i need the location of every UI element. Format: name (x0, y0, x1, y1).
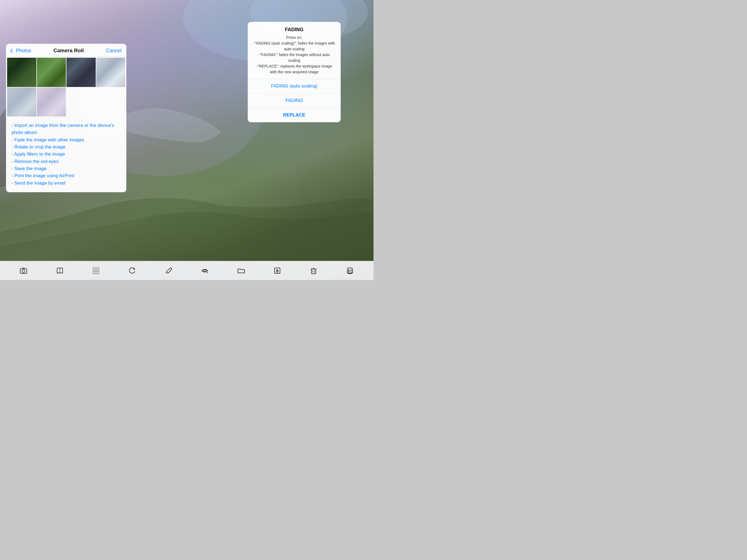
desc-line-6: - Save the image (11, 165, 121, 172)
desc-line-2: - Fade the image with other images (11, 136, 121, 144)
desc-line-7: - Print the image using AirPrint (11, 172, 121, 179)
fading-auto-scaling-option[interactable]: FADING (auto scaling) (248, 79, 341, 94)
print-button[interactable] (343, 264, 357, 278)
bottom-toolbar (0, 261, 374, 280)
svg-line-12 (207, 272, 208, 274)
fading-info: FADING Press on: -"FADING (auto scaling)… (248, 22, 341, 79)
svg-rect-6 (93, 268, 96, 270)
photo-thumb-6[interactable] (37, 87, 66, 117)
desc-line-4: - Apply filters to the image (11, 151, 121, 158)
svg-rect-16 (311, 269, 316, 274)
rotate-button[interactable] (126, 264, 139, 278)
press-on-label: Press on: (286, 35, 302, 40)
eye-button[interactable] (198, 264, 212, 278)
photo-thumb-1[interactable] (7, 58, 36, 87)
desc-line-5: - Remove the red eyes (11, 158, 121, 165)
folder-button[interactable] (234, 264, 248, 278)
svg-point-24 (348, 271, 349, 272)
desc-line-1: - Import an image from the camera or the… (11, 122, 121, 136)
camera-roll-title: Camera Roll (54, 48, 84, 54)
trash-button[interactable] (307, 264, 320, 278)
edit-button[interactable] (162, 264, 176, 278)
svg-rect-21 (348, 268, 352, 270)
back-label: Photos (16, 48, 31, 54)
fading-desc-line3: -"REPLACE": replaces the workspace image… (256, 64, 332, 74)
cancel-button[interactable]: Cancel (106, 48, 121, 54)
desc-line-3: - Rotate or crop the image (11, 144, 121, 151)
photo-grid (6, 57, 126, 117)
photo-thumb-5[interactable] (7, 87, 36, 117)
svg-rect-8 (93, 271, 96, 274)
import-button[interactable] (271, 264, 284, 278)
svg-point-4 (22, 270, 25, 273)
book-button[interactable] (53, 264, 67, 278)
svg-rect-9 (97, 271, 99, 274)
fading-desc-line2: -"FADING": fades the images without auto… (259, 52, 330, 62)
fading-auto-scaling-label: FADING (auto scaling) (271, 83, 317, 88)
photo-thumb-2[interactable] (37, 58, 66, 87)
description-text: - Import an image from the camera or the… (6, 117, 126, 187)
fading-title: FADING (253, 27, 335, 32)
desc-line-8: - Send the image by email (11, 180, 121, 187)
left-panel: Photos Camera Roll Cancel - Import an im… (6, 44, 126, 192)
grid-button[interactable] (89, 264, 103, 278)
photo-thumb-3[interactable] (67, 58, 96, 87)
chevron-left-icon (10, 49, 14, 52)
fading-option[interactable]: FADING (248, 94, 341, 108)
fading-label: FADING (285, 98, 303, 103)
camera-button[interactable] (17, 264, 30, 278)
svg-rect-7 (97, 268, 99, 270)
replace-option[interactable]: REPLACE (248, 108, 341, 122)
photo-thumb-4[interactable] (96, 58, 126, 87)
fading-panel: FADING Press on: -"FADING (auto scaling)… (248, 22, 341, 122)
fading-desc-line1: -"FADING (auto scaling)": fades the imag… (254, 41, 335, 51)
fading-description: Press on: -"FADING (auto scaling)": fade… (253, 35, 335, 75)
svg-point-11 (204, 270, 206, 272)
replace-label: REPLACE (283, 112, 305, 118)
back-button[interactable]: Photos (11, 48, 31, 54)
camera-roll-header: Photos Camera Roll Cancel (6, 44, 126, 57)
